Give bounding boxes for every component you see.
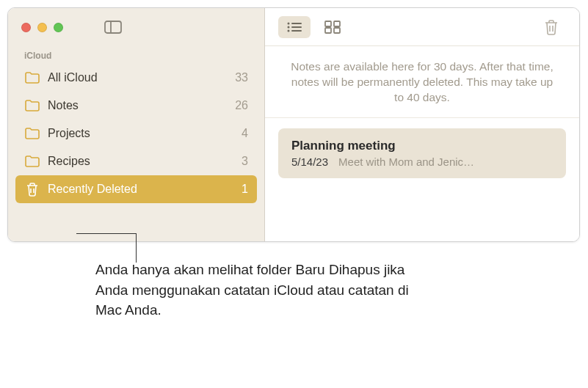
folder-label: All iCloud [48,71,228,84]
main-panel: Notes are available here for 30 days. Af… [265,8,579,241]
folder-count: 33 [235,71,248,84]
list-view-button[interactable] [278,16,311,38]
zoom-window-button[interactable] [54,23,63,32]
notes-window: iCloud All iCloud 33 Notes 26 Pro [7,7,580,242]
sidebar: iCloud All iCloud 33 Notes 26 Pro [8,8,265,241]
folder-count: 1 [242,183,248,196]
folder-icon [24,153,40,169]
folder-notes[interactable]: Notes 26 [15,92,257,120]
folder-count: 4 [242,127,248,140]
folder-recipes[interactable]: Recipes 3 [15,147,257,175]
folder-label: Notes [48,99,228,112]
folder-label: Recipes [48,155,234,168]
folder-list: All iCloud 33 Notes 26 Projects 4 [8,64,264,203]
delete-note-button[interactable] [537,16,566,38]
folder-projects[interactable]: Projects 4 [15,120,257,147]
deleted-info-banner: Notes are available here for 30 days. Af… [265,46,579,118]
sidebar-section-header: iCloud [8,46,264,64]
svg-rect-0 [105,21,121,33]
folder-icon [24,70,40,86]
callout-leader-line [136,233,137,263]
toolbar [265,8,579,46]
svg-point-4 [288,22,290,24]
note-preview: Meet with Mom and Jenic… [338,155,553,168]
titlebar [8,8,264,46]
help-callout: Anda hanya akan melihat folder Baru Diha… [95,260,418,321]
folder-count: 26 [235,99,248,112]
close-window-button[interactable] [21,23,31,32]
folder-label: Projects [48,127,234,140]
gallery-view-button[interactable] [316,16,349,38]
svg-point-8 [288,29,290,32]
note-date: 5/14/23 [291,155,328,168]
folder-icon [24,125,40,142]
note-meta: 5/14/23 Meet with Mom and Jenic… [291,155,553,168]
folder-icon [24,98,40,114]
folder-all-icloud[interactable]: All iCloud 33 [15,64,257,92]
sidebar-toggle-button[interactable] [99,17,127,37]
folder-count: 3 [242,155,248,168]
svg-rect-13 [334,28,340,33]
note-title: Planning meeting [291,139,553,153]
trash-icon [24,181,40,197]
folder-recently-deleted[interactable]: Recently Deleted 1 [15,175,257,203]
svg-point-6 [288,26,290,28]
note-list-item[interactable]: Planning meeting 5/14/23 Meet with Mom a… [278,128,566,178]
svg-rect-12 [325,28,331,33]
svg-rect-10 [325,21,331,26]
svg-rect-11 [334,21,340,26]
folder-label: Recently Deleted [48,183,234,196]
minimize-window-button[interactable] [37,23,47,32]
